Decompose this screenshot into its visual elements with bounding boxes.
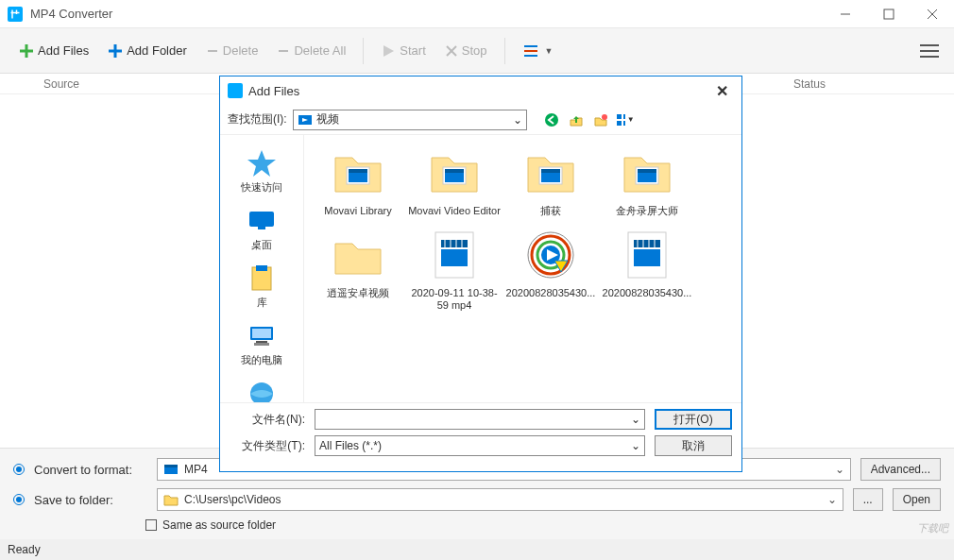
stop-button[interactable]: Stop [437,40,495,61]
desktop-icon [247,206,277,236]
start-label: Start [400,43,425,58]
close-button[interactable] [911,0,954,28]
app-icon [228,83,243,98]
new-folder-button[interactable] [591,110,610,129]
browse-button[interactable]: ... [853,488,883,511]
videos-folder-icon [298,112,313,127]
back-button[interactable] [542,110,561,129]
place-label: 库 [257,296,267,310]
place-desktop[interactable]: 桌面 [220,202,303,256]
dialog-close-button[interactable]: ✕ [710,82,734,100]
save-path-combo[interactable]: C:\Users\pc\Videos ⌄ [157,488,843,511]
place-label: 我的电脑 [241,353,282,367]
format-value: MP4 [184,463,208,476]
advanced-button[interactable]: Advanced... [860,458,941,481]
menu-button[interactable] [916,38,943,64]
folder-icon [330,144,386,201]
open-folder-button[interactable]: Open [893,488,941,511]
view-menu-button[interactable]: ▼ [616,110,635,129]
save-folder-label: Save to folder: [34,493,147,507]
svg-rect-25 [623,121,625,126]
svg-marker-10 [383,45,394,57]
save-path-value: C:\Users\pc\Videos [184,493,281,506]
file-name: Movavi Video Editor [408,205,501,217]
places-bar: 快速访问 桌面 库 我的电脑 网络 [220,135,303,402]
separator [504,38,505,64]
file-name-input[interactable]: ⌄ [315,409,645,430]
add-files-button[interactable]: Add Files [11,40,96,62]
file-item[interactable]: Movavi Library [310,144,406,217]
folder-icon [522,144,579,201]
chevron-down-icon: ⌄ [827,493,837,506]
file-name: 20200828035430... [603,287,692,299]
place-label: 桌面 [251,238,272,252]
file-name-label: 文件名(N): [230,412,305,428]
convert-format-label: Convert to format: [34,463,147,477]
add-files-dialog: Add Files ✕ 查找范围(I): 视频 ⌄ ▼ 快速访问 桌面 [219,76,742,472]
plus-icon [19,43,34,59]
svg-rect-49 [441,249,468,266]
file-pane[interactable]: Movavi LibraryMovavi Video Editor捕获金舟录屏大… [303,135,741,402]
app-title: MP4 Converter [30,7,112,21]
file-icon [619,227,675,283]
place-network[interactable]: 网络 [220,375,303,402]
cancel-button[interactable]: 取消 [655,435,732,456]
svg-rect-23 [623,114,625,119]
stop-label: Stop [462,43,487,58]
delete-button[interactable]: Delete [198,40,266,61]
place-label: 快速访问 [241,180,282,195]
folder-icon [619,144,675,201]
start-button[interactable]: Start [373,40,433,62]
svg-rect-40 [445,173,464,182]
save-folder-radio[interactable] [13,494,25,505]
delete-all-label: Delete All [294,43,346,58]
folder-icon [330,227,386,283]
maximize-button[interactable] [867,0,911,28]
folder-icon [426,144,483,201]
app-icon [8,7,23,22]
look-in-combo[interactable]: 视频 ⌄ [293,110,527,130]
minimize-button[interactable] [824,0,867,28]
up-button[interactable] [567,110,586,129]
place-quick-access[interactable]: 快速访问 [220,144,303,198]
file-item[interactable]: 2020-09-11 10-38-59 mp4 [406,227,503,312]
file-type-combo[interactable]: All Files (*.*)⌄ [315,435,645,456]
chevron-down-icon: ⌄ [631,413,640,426]
add-folder-button[interactable]: Add Folder [100,40,195,62]
file-name: 逍遥安卓视频 [327,287,389,299]
svg-rect-22 [617,114,622,119]
window-controls [824,0,954,28]
file-item[interactable]: 金舟录屏大师 [599,144,695,217]
open-button[interactable]: 打开(O) [655,409,732,430]
svg-rect-47 [638,169,656,173]
convert-format-radio[interactable] [13,464,25,475]
video-format-icon [163,462,179,477]
file-item[interactable]: 逍遥安卓视频 [310,227,406,312]
svg-marker-26 [247,150,276,177]
minus-icon [206,44,219,58]
dialog-footer: 文件名(N): ⌄ 打开(O) 文件类型(T): All Files (*.*)… [220,402,741,471]
look-in-label: 查找范围(I): [228,111,287,127]
svg-rect-34 [254,343,269,346]
look-in-row: 查找范围(I): 视频 ⌄ ▼ [220,105,741,135]
network-icon [247,379,277,402]
file-name: 金舟录屏大师 [616,205,678,217]
titlebar: MP4 Converter [0,0,954,28]
status-text: Ready [8,543,41,556]
file-icon [426,227,483,283]
delete-all-button[interactable]: Delete All [269,40,353,61]
file-item[interactable]: 20200828035430... [503,227,599,312]
same-as-source-checkbox[interactable] [145,519,157,531]
separator [363,38,364,64]
options-dropdown[interactable]: ▼ [515,40,561,62]
place-computer[interactable]: 我的电脑 [220,317,303,371]
toolbar: Add Files Add Folder Delete Delete All S… [0,28,954,74]
place-libraries[interactable]: 库 [220,260,303,314]
look-in-value: 视频 [316,111,339,127]
chevron-down-icon: ⌄ [631,439,640,452]
file-item[interactable]: Movavi Video Editor [406,144,503,217]
file-item[interactable]: 捕获 [503,144,599,217]
file-name: Movavi Library [324,205,392,217]
file-name: 2020-09-11 10-38-59 mp4 [406,287,503,312]
file-item[interactable]: 20200828035430... [599,227,695,312]
